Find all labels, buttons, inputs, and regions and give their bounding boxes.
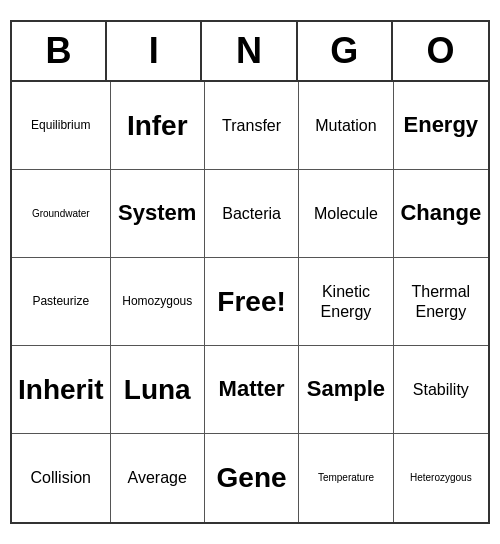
- cell-text: Homozygous: [122, 294, 192, 308]
- cell-text: Collision: [31, 468, 91, 487]
- bingo-cell[interactable]: Homozygous: [111, 258, 205, 346]
- header-letter: G: [298, 22, 393, 80]
- cell-text: Free!: [217, 285, 285, 319]
- bingo-cell[interactable]: Thermal Energy: [394, 258, 488, 346]
- cell-text: Energy: [404, 112, 479, 138]
- cell-text: Gene: [217, 461, 287, 495]
- cell-text: Infer: [127, 109, 188, 143]
- bingo-cell[interactable]: Heterozygous: [394, 434, 488, 522]
- bingo-cell[interactable]: Kinetic Energy: [299, 258, 393, 346]
- cell-text: Matter: [219, 376, 285, 402]
- header-letter: I: [107, 22, 202, 80]
- bingo-cell[interactable]: Groundwater: [12, 170, 111, 258]
- bingo-cell[interactable]: Gene: [205, 434, 299, 522]
- bingo-cell[interactable]: Free!: [205, 258, 299, 346]
- bingo-cell[interactable]: Mutation: [299, 82, 393, 170]
- bingo-cell[interactable]: Luna: [111, 346, 205, 434]
- cell-text: Stability: [413, 380, 469, 399]
- cell-text: Kinetic Energy: [305, 282, 386, 320]
- bingo-cell[interactable]: Energy: [394, 82, 488, 170]
- bingo-card: BINGO EquilibriumInferTransferMutationEn…: [10, 20, 490, 524]
- cell-text: Inherit: [18, 373, 104, 407]
- bingo-header: BINGO: [12, 22, 488, 82]
- bingo-cell[interactable]: Collision: [12, 434, 111, 522]
- header-letter: O: [393, 22, 488, 80]
- bingo-cell[interactable]: Molecule: [299, 170, 393, 258]
- bingo-cell[interactable]: Sample: [299, 346, 393, 434]
- bingo-cell[interactable]: Change: [394, 170, 488, 258]
- bingo-cell[interactable]: Infer: [111, 82, 205, 170]
- cell-text: Heterozygous: [410, 472, 472, 484]
- header-letter: B: [12, 22, 107, 80]
- cell-text: Molecule: [314, 204, 378, 223]
- cell-text: Thermal Energy: [400, 282, 482, 320]
- bingo-cell[interactable]: Transfer: [205, 82, 299, 170]
- cell-text: Mutation: [315, 116, 376, 135]
- cell-text: Transfer: [222, 116, 281, 135]
- bingo-grid: EquilibriumInferTransferMutationEnergyGr…: [12, 82, 488, 522]
- bingo-cell[interactable]: System: [111, 170, 205, 258]
- cell-text: Temperature: [318, 472, 374, 484]
- cell-text: Average: [128, 468, 187, 487]
- bingo-cell[interactable]: Matter: [205, 346, 299, 434]
- header-letter: N: [202, 22, 297, 80]
- cell-text: Equilibrium: [31, 118, 90, 132]
- bingo-cell[interactable]: Stability: [394, 346, 488, 434]
- bingo-cell[interactable]: Pasteurize: [12, 258, 111, 346]
- cell-text: Luna: [124, 373, 191, 407]
- cell-text: Groundwater: [32, 208, 90, 220]
- bingo-cell[interactable]: Inherit: [12, 346, 111, 434]
- cell-text: Pasteurize: [32, 294, 89, 308]
- bingo-cell[interactable]: Bacteria: [205, 170, 299, 258]
- bingo-cell[interactable]: Average: [111, 434, 205, 522]
- cell-text: Sample: [307, 376, 385, 402]
- bingo-cell[interactable]: Equilibrium: [12, 82, 111, 170]
- cell-text: Change: [400, 200, 481, 226]
- cell-text: Bacteria: [222, 204, 281, 223]
- bingo-cell[interactable]: Temperature: [299, 434, 393, 522]
- cell-text: System: [118, 200, 196, 226]
